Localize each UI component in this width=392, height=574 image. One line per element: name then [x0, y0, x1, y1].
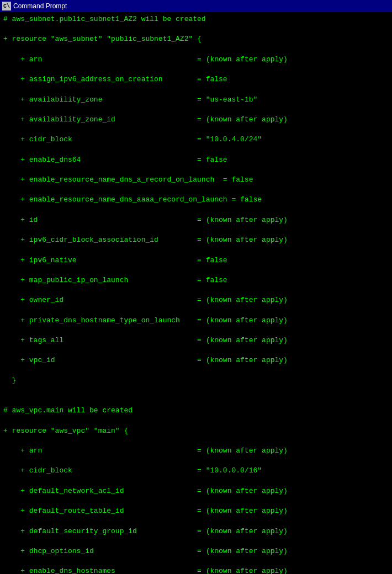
- terminal-line: + availability_zone = "us-east-1b": [3, 95, 389, 105]
- terminal-line: + vpc_id = (known after apply): [3, 355, 389, 365]
- terminal-line: + owner_id = (known after apply): [3, 295, 389, 305]
- terminal-line: + tags_all = (known after apply): [3, 336, 389, 346]
- terminal-line: + private_dns_hostname_type_on_launch = …: [3, 316, 389, 326]
- terminal-line: + map_public_ip_on_launch = false: [3, 275, 389, 285]
- terminal-line: + resource "aws_vpc" "main" {: [3, 426, 389, 436]
- terminal-line: + enable_resource_name_dns_a_record_on_l…: [3, 175, 389, 185]
- terminal-line: + cidr_block = "10.0.4.0/24": [3, 135, 389, 145]
- terminal-line: + cidr_block = "10.0.0.0/16": [3, 466, 389, 476]
- terminal-line: + default_security_group_id = (known aft…: [3, 527, 389, 536]
- terminal-line: }: [3, 376, 389, 386]
- terminal-line: + ipv6_cidr_block_association_id = (know…: [3, 235, 389, 245]
- terminal-line: + availability_zone_id = (known after ap…: [3, 115, 389, 125]
- terminal-line: + default_route_table_id = (known after …: [3, 506, 389, 516]
- terminal-line: + id = (known after apply): [3, 215, 389, 225]
- terminal-line: + enable_resource_name_dns_aaaa_record_o…: [3, 195, 389, 205]
- terminal-line: + resource "aws_subnet" "public_subnet1_…: [3, 34, 389, 44]
- terminal-line: + arn = (known after apply): [3, 446, 389, 456]
- terminal-output: # aws_subnet.public_subnet1_AZ2 will be …: [0, 12, 392, 574]
- terminal-line: + arn = (known after apply): [3, 55, 389, 65]
- terminal-line: # aws_vpc.main will be created: [3, 406, 389, 416]
- terminal-line: + assign_ipv6_address_on_creation = fals…: [3, 75, 389, 84]
- terminal-line: + enable_dns64 = false: [3, 155, 389, 165]
- app-icon: C\: [2, 2, 11, 10]
- title-bar: C\ Command Prompt: [0, 0, 392, 12]
- terminal-line: + ipv6_native = false: [3, 256, 389, 265]
- terminal-line: + enable_dns_hostnames = (known after ap…: [3, 566, 389, 574]
- terminal-line: # aws_subnet.public_subnet1_AZ2 will be …: [3, 14, 389, 24]
- window-title: Command Prompt: [13, 2, 67, 10]
- terminal-line: + dhcp_options_id = (known after apply): [3, 546, 389, 556]
- terminal-line: + default_network_acl_id = (known after …: [3, 486, 389, 496]
